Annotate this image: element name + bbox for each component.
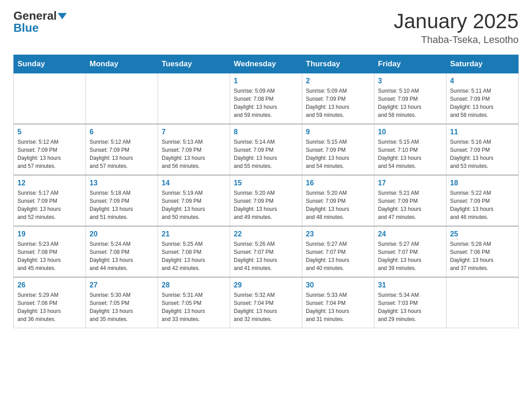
- day-number: 8: [234, 128, 298, 136]
- logo-blue-text: Blue: [13, 21, 67, 35]
- table-row: 29Sunrise: 5:32 AM Sunset: 7:04 PM Dayli…: [230, 277, 302, 328]
- day-number: 14: [162, 179, 226, 187]
- table-row: 30Sunrise: 5:33 AM Sunset: 7:04 PM Dayli…: [302, 277, 374, 328]
- table-row: 24Sunrise: 5:27 AM Sunset: 7:07 PM Dayli…: [374, 226, 446, 277]
- day-number: 18: [450, 179, 515, 187]
- table-row: 18Sunrise: 5:22 AM Sunset: 7:09 PM Dayli…: [446, 175, 519, 226]
- day-info: Sunrise: 5:17 AM Sunset: 7:09 PM Dayligh…: [17, 189, 82, 221]
- day-number: 3: [378, 77, 442, 85]
- day-number: 5: [17, 128, 82, 136]
- table-row: 3Sunrise: 5:10 AM Sunset: 7:09 PM Daylig…: [374, 73, 446, 124]
- day-info: Sunrise: 5:12 AM Sunset: 7:09 PM Dayligh…: [90, 138, 154, 170]
- table-row: 19Sunrise: 5:23 AM Sunset: 7:08 PM Dayli…: [14, 226, 86, 277]
- day-number: 23: [306, 230, 370, 238]
- table-row: 5Sunrise: 5:12 AM Sunset: 7:09 PM Daylig…: [14, 124, 86, 175]
- table-row: 10Sunrise: 5:15 AM Sunset: 7:10 PM Dayli…: [374, 124, 446, 175]
- day-number: 22: [234, 230, 298, 238]
- day-number: 12: [17, 179, 82, 187]
- day-number: 11: [450, 128, 515, 136]
- day-info: Sunrise: 5:13 AM Sunset: 7:09 PM Dayligh…: [162, 138, 226, 170]
- day-number: 29: [234, 281, 298, 289]
- day-number: 1: [234, 77, 298, 85]
- calendar-week-row: 1Sunrise: 5:09 AM Sunset: 7:08 PM Daylig…: [14, 73, 519, 124]
- day-number: 16: [306, 179, 370, 187]
- day-info: Sunrise: 5:20 AM Sunset: 7:09 PM Dayligh…: [306, 189, 370, 221]
- day-number: 15: [234, 179, 298, 187]
- table-row: 7Sunrise: 5:13 AM Sunset: 7:09 PM Daylig…: [158, 124, 230, 175]
- col-tuesday: Tuesday: [158, 55, 230, 73]
- table-row: [158, 73, 230, 124]
- table-row: 20Sunrise: 5:24 AM Sunset: 7:08 PM Dayli…: [86, 226, 158, 277]
- calendar-week-row: 12Sunrise: 5:17 AM Sunset: 7:09 PM Dayli…: [14, 175, 519, 226]
- day-number: 19: [17, 230, 82, 238]
- table-row: [14, 73, 86, 124]
- table-row: 26Sunrise: 5:29 AM Sunset: 7:06 PM Dayli…: [14, 277, 86, 328]
- day-info: Sunrise: 5:29 AM Sunset: 7:06 PM Dayligh…: [17, 291, 82, 323]
- table-row: 14Sunrise: 5:19 AM Sunset: 7:09 PM Dayli…: [158, 175, 230, 226]
- table-row: 6Sunrise: 5:12 AM Sunset: 7:09 PM Daylig…: [86, 124, 158, 175]
- day-number: 25: [450, 230, 515, 238]
- day-number: 24: [378, 230, 442, 238]
- day-info: Sunrise: 5:23 AM Sunset: 7:08 PM Dayligh…: [17, 240, 82, 272]
- table-row: 15Sunrise: 5:20 AM Sunset: 7:09 PM Dayli…: [230, 175, 302, 226]
- day-number: 26: [17, 281, 82, 289]
- col-wednesday: Wednesday: [230, 55, 302, 73]
- day-info: Sunrise: 5:09 AM Sunset: 7:08 PM Dayligh…: [234, 87, 298, 119]
- month-title: January 2025: [394, 9, 519, 33]
- col-sunday: Sunday: [14, 55, 86, 73]
- day-info: Sunrise: 5:33 AM Sunset: 7:04 PM Dayligh…: [306, 291, 370, 323]
- table-row: 21Sunrise: 5:25 AM Sunset: 7:08 PM Dayli…: [158, 226, 230, 277]
- day-info: Sunrise: 5:28 AM Sunset: 7:06 PM Dayligh…: [450, 240, 515, 272]
- day-info: Sunrise: 5:10 AM Sunset: 7:09 PM Dayligh…: [378, 87, 442, 119]
- calendar-week-row: 19Sunrise: 5:23 AM Sunset: 7:08 PM Dayli…: [14, 226, 519, 277]
- day-info: Sunrise: 5:19 AM Sunset: 7:09 PM Dayligh…: [162, 189, 226, 221]
- day-info: Sunrise: 5:25 AM Sunset: 7:08 PM Dayligh…: [162, 240, 226, 272]
- day-number: 27: [90, 281, 154, 289]
- table-row: 25Sunrise: 5:28 AM Sunset: 7:06 PM Dayli…: [446, 226, 519, 277]
- day-info: Sunrise: 5:32 AM Sunset: 7:04 PM Dayligh…: [234, 291, 298, 323]
- day-info: Sunrise: 5:26 AM Sunset: 7:07 PM Dayligh…: [234, 240, 298, 272]
- day-info: Sunrise: 5:30 AM Sunset: 7:05 PM Dayligh…: [90, 291, 154, 323]
- day-info: Sunrise: 5:16 AM Sunset: 7:09 PM Dayligh…: [450, 138, 515, 170]
- day-info: Sunrise: 5:11 AM Sunset: 7:09 PM Dayligh…: [450, 87, 515, 119]
- col-monday: Monday: [86, 55, 158, 73]
- table-row: [446, 277, 519, 328]
- col-friday: Friday: [374, 55, 446, 73]
- table-row: 9Sunrise: 5:15 AM Sunset: 7:09 PM Daylig…: [302, 124, 374, 175]
- day-info: Sunrise: 5:09 AM Sunset: 7:09 PM Dayligh…: [306, 87, 370, 119]
- table-row: 16Sunrise: 5:20 AM Sunset: 7:09 PM Dayli…: [302, 175, 374, 226]
- day-number: 9: [306, 128, 370, 136]
- day-info: Sunrise: 5:27 AM Sunset: 7:07 PM Dayligh…: [306, 240, 370, 272]
- table-row: 1Sunrise: 5:09 AM Sunset: 7:08 PM Daylig…: [230, 73, 302, 124]
- day-number: 10: [378, 128, 442, 136]
- title-area: January 2025 Thaba-Tseka, Lesotho: [394, 9, 519, 46]
- table-row: 4Sunrise: 5:11 AM Sunset: 7:09 PM Daylig…: [446, 73, 519, 124]
- day-info: Sunrise: 5:22 AM Sunset: 7:09 PM Dayligh…: [450, 189, 515, 221]
- day-number: 6: [90, 128, 154, 136]
- table-row: 11Sunrise: 5:16 AM Sunset: 7:09 PM Dayli…: [446, 124, 519, 175]
- table-row: 8Sunrise: 5:14 AM Sunset: 7:09 PM Daylig…: [230, 124, 302, 175]
- day-info: Sunrise: 5:18 AM Sunset: 7:09 PM Dayligh…: [90, 189, 154, 221]
- location-subtitle: Thaba-Tseka, Lesotho: [394, 34, 519, 46]
- table-row: 31Sunrise: 5:34 AM Sunset: 7:03 PM Dayli…: [374, 277, 446, 328]
- col-thursday: Thursday: [302, 55, 374, 73]
- day-info: Sunrise: 5:12 AM Sunset: 7:09 PM Dayligh…: [17, 138, 82, 170]
- day-number: 13: [90, 179, 154, 187]
- day-info: Sunrise: 5:21 AM Sunset: 7:09 PM Dayligh…: [378, 189, 442, 221]
- day-number: 28: [162, 281, 226, 289]
- calendar-week-row: 5Sunrise: 5:12 AM Sunset: 7:09 PM Daylig…: [14, 124, 519, 175]
- day-info: Sunrise: 5:27 AM Sunset: 7:07 PM Dayligh…: [378, 240, 442, 272]
- day-number: 20: [90, 230, 154, 238]
- day-number: 21: [162, 230, 226, 238]
- calendar-table: Sunday Monday Tuesday Wednesday Thursday…: [13, 55, 519, 328]
- day-info: Sunrise: 5:15 AM Sunset: 7:10 PM Dayligh…: [378, 138, 442, 170]
- logo-triangle-icon: [58, 13, 67, 19]
- table-row: 2Sunrise: 5:09 AM Sunset: 7:09 PM Daylig…: [302, 73, 374, 124]
- day-info: Sunrise: 5:31 AM Sunset: 7:05 PM Dayligh…: [162, 291, 226, 323]
- day-number: 30: [306, 281, 370, 289]
- table-row: 12Sunrise: 5:17 AM Sunset: 7:09 PM Dayli…: [14, 175, 86, 226]
- day-number: 4: [450, 77, 515, 85]
- day-number: 31: [378, 281, 442, 289]
- table-row: 23Sunrise: 5:27 AM Sunset: 7:07 PM Dayli…: [302, 226, 374, 277]
- day-info: Sunrise: 5:24 AM Sunset: 7:08 PM Dayligh…: [90, 240, 154, 272]
